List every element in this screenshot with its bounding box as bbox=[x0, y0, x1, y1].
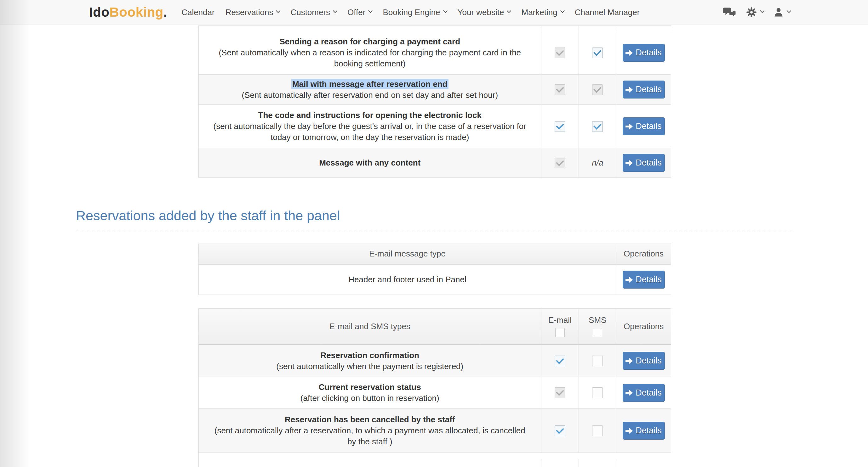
selected-text-highlight: Mail with message after reservation end bbox=[291, 79, 448, 89]
chevron-down-icon bbox=[333, 8, 337, 13]
sms-checkbox[interactable] bbox=[592, 388, 603, 398]
message-title: Message with any content bbox=[319, 157, 421, 168]
details-button[interactable]: Details bbox=[623, 422, 665, 440]
sms-checkbox[interactable] bbox=[592, 426, 603, 436]
table-row: Mail with message after reservation end … bbox=[199, 74, 671, 104]
section-title: Reservations added by the staff in the p… bbox=[76, 208, 793, 223]
chevron-down-icon bbox=[560, 8, 565, 13]
arrow-right-icon bbox=[625, 277, 633, 283]
nav-item-marketing[interactable]: Marketing bbox=[516, 0, 569, 25]
table-row: Reservation confirmation (sent automatic… bbox=[199, 344, 671, 377]
message-description: (sent automatically when the payment is … bbox=[276, 361, 463, 372]
table-row-partial-top bbox=[199, 26, 671, 31]
details-button[interactable]: Details bbox=[623, 118, 665, 135]
message-title: Sending a reason for charging a payment … bbox=[279, 36, 460, 47]
arrow-right-icon bbox=[625, 358, 633, 364]
email-select-all-checkbox[interactable] bbox=[555, 328, 565, 337]
details-button[interactable]: Details bbox=[623, 154, 665, 172]
table-row: Message with any content n/a Details bbox=[199, 148, 671, 177]
chevron-down-icon bbox=[443, 8, 447, 13]
column-header-operations: Operations bbox=[616, 309, 671, 344]
left-edge-shadow bbox=[0, 0, 30, 467]
details-button[interactable]: Details bbox=[623, 44, 665, 62]
message-title: Header and footer used in Panel bbox=[348, 274, 466, 285]
column-header-sms: SMS bbox=[589, 315, 606, 325]
settings-gear-icon[interactable] bbox=[746, 7, 764, 18]
email-checkbox[interactable] bbox=[555, 121, 565, 132]
details-button[interactable]: Details bbox=[623, 271, 665, 289]
arrow-right-icon bbox=[625, 390, 633, 396]
sms-checkbox[interactable] bbox=[592, 356, 603, 366]
table-row: Current reservation status (after clicki… bbox=[199, 377, 671, 408]
nav-item-channel-manager[interactable]: Channel Manager bbox=[569, 0, 645, 25]
email-checkbox bbox=[555, 47, 565, 58]
nav-item-customers[interactable]: Customers bbox=[285, 0, 342, 25]
chevron-down-icon bbox=[507, 8, 511, 13]
message-title: Reservation confirmation bbox=[320, 350, 419, 361]
table-row: Sending a reason for charging a payment … bbox=[199, 31, 671, 74]
staff-messages-table: E-mail and SMS types E-mail SMS Operatio… bbox=[198, 308, 671, 467]
chevron-down-icon bbox=[787, 8, 791, 13]
email-checkbox bbox=[555, 84, 565, 95]
message-description: (sent automatically the day before the g… bbox=[211, 121, 529, 143]
arrow-right-icon bbox=[625, 87, 633, 93]
brand-logo-dot: . bbox=[163, 5, 167, 20]
messages-icon[interactable] bbox=[722, 7, 736, 18]
arrow-right-icon bbox=[625, 160, 633, 166]
sms-select-all-checkbox[interactable] bbox=[593, 328, 602, 337]
nav-item-your-website[interactable]: Your website bbox=[452, 0, 516, 25]
panel-messages-table: E-mail message type Operations Header an… bbox=[198, 243, 671, 295]
message-description: (Sent automatically after reservation en… bbox=[242, 90, 498, 101]
table-row-partial-bottom: Directions and reservation summary Detai… bbox=[199, 453, 671, 467]
nav-item-calendar[interactable]: Calendar bbox=[176, 0, 220, 25]
message-title: Reservation has been cancelled by the st… bbox=[285, 414, 455, 425]
chevron-down-icon bbox=[276, 8, 280, 13]
arrow-right-icon bbox=[625, 123, 633, 130]
column-header-email-sms-types: E-mail and SMS types bbox=[199, 309, 541, 344]
top-navbar: IdoBooking. Calendar Reservations Custom… bbox=[0, 0, 868, 25]
sms-checkbox[interactable] bbox=[592, 47, 603, 58]
main-content: Sending a reason for charging a payment … bbox=[198, 26, 671, 467]
table-header-row: E-mail and SMS types E-mail SMS Operatio… bbox=[199, 309, 671, 344]
message-description: (after clicking on button in reservation… bbox=[301, 393, 439, 404]
arrow-right-icon bbox=[625, 50, 633, 56]
nav-item-offer[interactable]: Offer bbox=[342, 0, 377, 25]
sms-checkbox bbox=[592, 84, 603, 95]
message-title: The code and instructions for opening th… bbox=[258, 110, 482, 121]
email-checkbox bbox=[555, 388, 565, 398]
brand-logo[interactable]: IdoBooking. bbox=[89, 5, 167, 20]
user-icon[interactable] bbox=[773, 7, 790, 18]
brand-logo-booking: Booking bbox=[109, 5, 163, 20]
section-header: Reservations added by the staff in the p… bbox=[76, 208, 793, 231]
messages-table: Sending a reason for charging a payment … bbox=[198, 26, 671, 178]
message-description: (Sent automatically when a reason is ind… bbox=[211, 47, 529, 69]
column-header-email-message-type: E-mail message type bbox=[199, 244, 616, 264]
brand-logo-ido: Ido bbox=[89, 5, 109, 20]
nav-item-reservations[interactable]: Reservations bbox=[220, 0, 285, 25]
sms-checkbox[interactable] bbox=[592, 121, 603, 132]
message-title: Current reservation status bbox=[319, 382, 421, 393]
arrow-right-icon bbox=[625, 428, 633, 434]
column-header-operations: Operations bbox=[616, 244, 671, 264]
details-button[interactable]: Details bbox=[623, 80, 665, 99]
table-row: The code and instructions for opening th… bbox=[199, 104, 671, 148]
table-header-row: E-mail message type Operations bbox=[199, 244, 671, 264]
details-button[interactable]: Details bbox=[623, 384, 665, 402]
email-checkbox[interactable] bbox=[555, 356, 565, 366]
chevron-down-icon bbox=[368, 8, 373, 13]
na-label: n/a bbox=[592, 158, 603, 168]
nav-right-icons bbox=[722, 7, 790, 18]
email-checkbox bbox=[555, 158, 565, 168]
message-title: Directions and reservation summary bbox=[299, 465, 441, 467]
table-row: Header and footer used in Panel Details bbox=[199, 264, 671, 295]
message-description: (sent automatically after a reservation,… bbox=[211, 425, 529, 447]
details-button[interactable]: Details bbox=[623, 352, 665, 370]
nav-menu: Calendar Reservations Customers Offer Bo… bbox=[176, 0, 645, 25]
message-title: Mail with message after reservation end bbox=[291, 79, 448, 90]
table-row: Reservation has been cancelled by the st… bbox=[199, 408, 671, 453]
email-checkbox[interactable] bbox=[555, 426, 565, 436]
chevron-down-icon bbox=[760, 8, 764, 13]
column-header-email: E-mail bbox=[548, 315, 571, 325]
nav-item-booking-engine[interactable]: Booking Engine bbox=[377, 0, 452, 25]
